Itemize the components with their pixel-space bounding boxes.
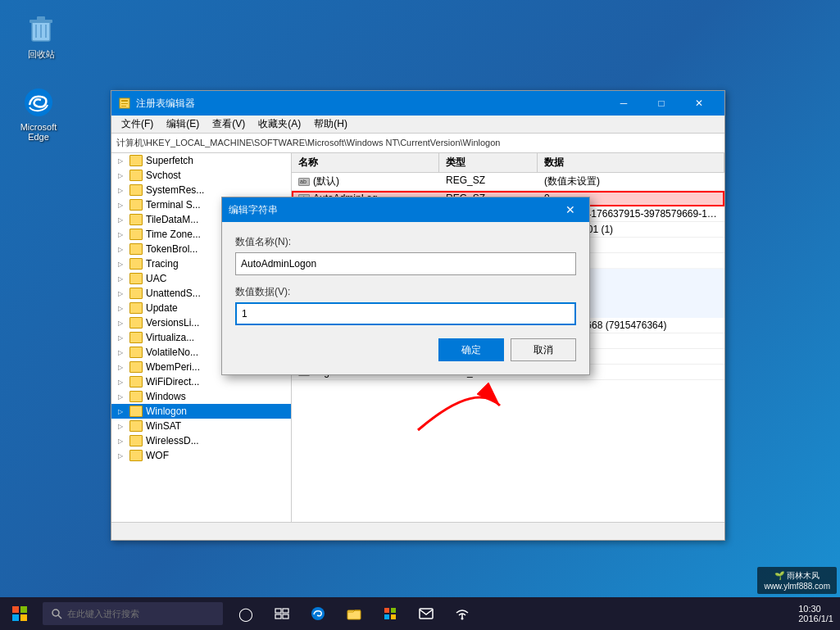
edit-string-dialog: 编辑字符串 ✕ 数值名称(N): 数值数据(V): 确定 取消 (221, 197, 590, 375)
taskbar-edge[interactable] (302, 597, 334, 630)
dialog-title: 编辑字符串 (229, 203, 558, 217)
taskbar-mail[interactable] (410, 597, 443, 630)
svg-rect-25 (391, 608, 396, 613)
svg-rect-24 (384, 608, 389, 613)
svg-line-17 (58, 615, 61, 619)
svg-rect-21 (283, 614, 288, 619)
search-box[interactable] (43, 602, 223, 625)
svg-rect-19 (283, 609, 288, 613)
dialog-close-button[interactable]: ✕ (558, 197, 583, 222)
svg-rect-14 (12, 614, 19, 621)
svg-rect-20 (275, 614, 281, 619)
taskbar-network[interactable] (446, 597, 479, 630)
name-input[interactable] (235, 252, 576, 275)
svg-rect-28 (420, 609, 433, 619)
search-input[interactable] (67, 609, 215, 619)
svg-rect-15 (20, 614, 27, 621)
cancel-button[interactable]: 取消 (511, 338, 576, 361)
svg-rect-13 (20, 606, 27, 613)
dialog-overlay: 编辑字符串 ✕ 数值名称(N): 数值数据(V): 确定 取消 (0, 0, 840, 630)
taskbar-store[interactable] (374, 597, 406, 630)
svg-rect-26 (384, 614, 389, 619)
taskbar-explorer[interactable] (338, 597, 370, 630)
taskbar: ◯ (0, 597, 840, 630)
svg-rect-27 (391, 614, 396, 619)
tray-time: 10:302016/1/1 (798, 604, 833, 623)
dialog-titlebar: 编辑字符串 ✕ (222, 197, 589, 222)
ok-button[interactable]: 确定 (438, 338, 504, 361)
svg-point-29 (461, 618, 464, 620)
dialog-body: 数值名称(N): 数值数据(V): 确定 取消 (222, 222, 589, 374)
svg-rect-12 (12, 606, 19, 613)
data-label: 数值数据(V): (235, 285, 576, 299)
start-button[interactable] (0, 597, 39, 630)
name-label: 数值名称(N): (235, 235, 576, 249)
svg-point-16 (52, 610, 59, 616)
dialog-buttons: 确定 取消 (235, 338, 576, 361)
taskbar-app-icons: ◯ (229, 597, 479, 630)
taskbar-tray: 10:302016/1/1 (798, 604, 840, 623)
svg-rect-18 (275, 609, 281, 613)
taskbar-taskview[interactable] (266, 597, 298, 630)
taskbar-cortana[interactable]: ◯ (229, 597, 262, 630)
svg-point-22 (311, 607, 325, 620)
data-input[interactable] (235, 302, 576, 325)
